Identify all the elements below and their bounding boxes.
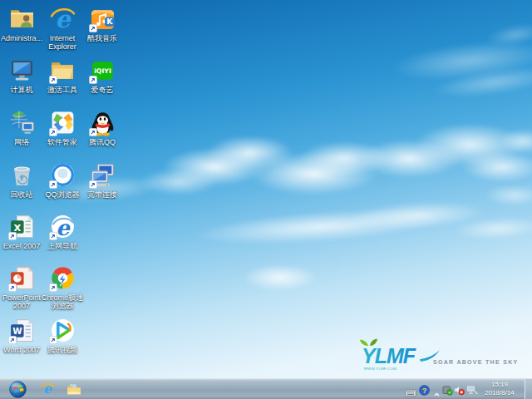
shortcut-arrow-icon <box>8 232 17 240</box>
tencent-qq-icon <box>89 109 116 136</box>
desktop: YLMF SOAR ABOVE THE SKY WWW.YLMF.COM Adm… <box>0 0 532 399</box>
desktop-icon-broadband-connection[interactable]: 宽带连接 <box>78 161 126 199</box>
powerpoint-2007-icon <box>8 264 36 292</box>
desktop-icon-iqiyi[interactable]: iQIYI爱奇艺 <box>78 57 126 94</box>
software-manager-icon <box>49 109 76 136</box>
network-icon <box>8 109 36 136</box>
icon-label: 宽带连接 <box>78 190 126 199</box>
desktop-icon-kuwo-music[interactable]: K酷我音乐 <box>78 5 126 42</box>
taskbar: e ? <box>0 378 532 399</box>
shortcut-arrow-icon <box>89 128 97 136</box>
shortcut-arrow-icon <box>89 180 97 189</box>
web-navigation-icon: e <box>49 213 76 240</box>
desktop-icon-grid: Administra...eInternet ExplorerK酷我音乐计算机激… <box>0 0 166 374</box>
shortcut-arrow-icon <box>89 24 97 32</box>
shortcut-arrow-icon <box>49 180 57 189</box>
icon-label: 上网导航 <box>38 242 86 250</box>
icon-label: 酷我音乐 <box>78 34 126 42</box>
shortcut-arrow-icon <box>89 76 97 84</box>
volume-muted-tray-icon[interactable] <box>454 384 465 399</box>
wallpaper-watermark: YLMF SOAR ABOVE THE SKY WWW.YLMF.COM <box>360 338 530 373</box>
svg-text:?: ? <box>422 387 427 395</box>
cloud <box>357 140 461 178</box>
shortcut-arrow-icon <box>49 76 57 84</box>
desktop-icon-web-navigation[interactable]: e上网导航 <box>38 213 86 250</box>
brand-tagline: SOAR ABOVE THE SKY <box>433 359 519 365</box>
iqiyi-icon: iQIYI <box>89 57 116 84</box>
kuwo-music-icon: K <box>89 5 116 32</box>
icon-label: Chrome极速 浏览器 <box>38 293 86 310</box>
broadband-connection-icon <box>89 161 116 189</box>
desktop-icon-tencent-video[interactable]: 腾讯视频 <box>38 317 86 354</box>
security-tray-icon[interactable] <box>442 384 453 399</box>
tencent-video-icon <box>49 317 76 344</box>
cloud <box>462 152 532 182</box>
cloud <box>452 215 532 242</box>
windows-start-icon <box>9 381 27 398</box>
internet-explorer-icon: e <box>49 5 76 32</box>
computer-icon <box>8 57 36 84</box>
clock-time: 15:19 <box>478 381 521 389</box>
cloud <box>431 62 532 104</box>
network-tray-icon[interactable] <box>466 384 478 399</box>
cloud <box>414 123 526 166</box>
administrator-folder-icon <box>8 5 36 32</box>
chrome-speed-browser-icon <box>49 264 76 292</box>
qq-browser-icon <box>49 161 76 189</box>
excel-2007-icon: X <box>8 213 36 240</box>
svg-text:iQIYI: iQIYI <box>94 67 111 75</box>
shortcut-arrow-icon <box>49 283 57 292</box>
internet-explorer-task-button[interactable]: e <box>37 379 58 399</box>
cloud <box>163 148 267 186</box>
input-method-keyboard-icon[interactable] <box>405 386 416 399</box>
icon-label: 爱奇艺 <box>78 86 126 94</box>
show-hidden-icons-button[interactable] <box>433 387 441 399</box>
shortcut-arrow-icon <box>49 336 57 344</box>
cloud <box>243 264 318 291</box>
internet-explorer-icon: e <box>40 382 55 397</box>
brand-url: WWW.YLMF.COM <box>364 367 397 371</box>
cloud <box>485 20 532 50</box>
word-2007-icon: W <box>8 317 36 344</box>
windows-explorer-task-button[interactable] <box>63 379 85 399</box>
desktop-icon-chrome-speed-browser[interactable]: Chrome极速 浏览器 <box>38 264 86 310</box>
cloud <box>485 185 532 206</box>
shortcut-arrow-icon <box>8 283 17 292</box>
cloud <box>195 204 446 251</box>
cloud <box>249 152 378 195</box>
help-tray-icon[interactable]: ? <box>419 384 430 399</box>
cloud <box>348 199 486 233</box>
tray-clock[interactable]: 15:19 2018/8/14 <box>478 381 521 397</box>
show-desktop-button[interactable] <box>525 379 532 399</box>
shortcut-arrow-icon <box>49 128 57 136</box>
desktop-icon-tencent-qq[interactable]: 腾讯QQ <box>78 109 126 146</box>
shortcut-arrow-icon <box>8 336 17 344</box>
activation-tools-icon <box>49 57 76 84</box>
clock-date: 2018/8/14 <box>478 389 521 397</box>
cloud <box>299 141 391 175</box>
icon-label: 腾讯视频 <box>38 346 86 354</box>
svg-text:K: K <box>106 17 113 26</box>
shortcut-arrow-icon <box>49 232 57 240</box>
recycle-bin-icon <box>8 161 36 189</box>
cloud <box>499 129 532 154</box>
folder-explorer-icon <box>66 382 81 397</box>
icon-label: 腾讯QQ <box>78 138 126 146</box>
start-button[interactable] <box>5 379 30 399</box>
brand-text: YLMF <box>362 344 416 367</box>
cloud <box>206 135 293 170</box>
cloud <box>389 35 532 86</box>
svg-text:W: W <box>12 326 22 336</box>
